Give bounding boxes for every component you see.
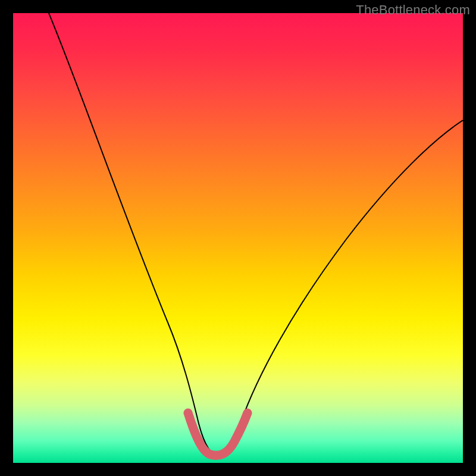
chart-svg xyxy=(13,13,463,463)
highlight-segment-path xyxy=(188,413,248,455)
plot-area xyxy=(13,13,463,463)
watermark-text: TheBottleneck.com xyxy=(356,2,470,18)
chart-frame: TheBottleneck.com xyxy=(0,0,476,476)
main-curve-path xyxy=(49,13,463,456)
